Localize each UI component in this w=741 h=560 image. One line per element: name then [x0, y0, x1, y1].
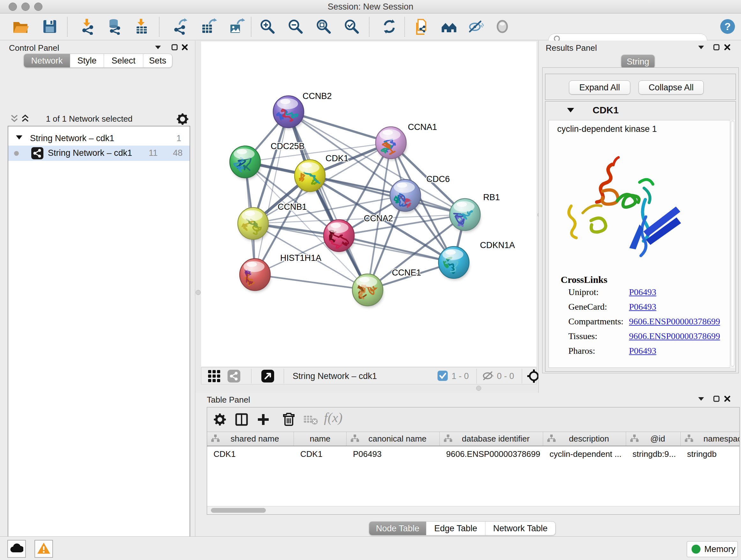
cell-database-identifier[interactable]: 9606.ENSP00000378699 — [440, 447, 543, 461]
export-network-button[interactable] — [171, 18, 189, 36]
tab-node-table[interactable]: Node Table — [369, 521, 426, 536]
scrollbar-thumb[interactable] — [211, 508, 266, 513]
bottom-splitter-grip[interactable] — [476, 386, 481, 391]
node-label-hist1h1a: HIST1H1A — [280, 253, 321, 263]
network-node-ccna2[interactable]: CCNA2 — [324, 213, 393, 253]
network-column-icon — [211, 434, 220, 444]
cell-canonical-name[interactable]: P06493 — [347, 447, 440, 461]
network-node-cdk1[interactable]: CDK1 — [294, 153, 348, 193]
table-settings-gear-icon[interactable] — [212, 412, 227, 427]
column-header-shared-name[interactable]: shared name — [207, 432, 294, 446]
export-table-icon — [200, 18, 217, 36]
table-panel-close-icon[interactable] — [723, 394, 732, 403]
open-in-new-window-icon[interactable] — [261, 370, 274, 384]
tab-network[interactable]: Network — [23, 54, 70, 68]
crosslink-genecard-link[interactable]: P06493 — [629, 302, 657, 312]
import-network-database-button[interactable] — [106, 18, 124, 36]
table-row[interactable]: CDK1 CDK1 P06493 9606.ENSP00000378699 cy… — [207, 447, 739, 461]
tab-style[interactable]: Style — [70, 54, 104, 68]
crosslink-label: Tissues: — [568, 331, 597, 341]
results-panel-float-button[interactable] — [696, 43, 706, 52]
crosslink-compartments-link[interactable]: 9606.ENSP00000378699 — [629, 316, 720, 327]
crosslink-uniprot-link[interactable]: P06493 — [629, 287, 657, 297]
tab-sets[interactable]: Sets — [143, 54, 172, 68]
export-image-button[interactable] — [228, 18, 246, 36]
network-options-gear-icon[interactable] — [177, 113, 189, 126]
delete-table-icon — [303, 412, 318, 427]
collection-count: 1 — [177, 133, 181, 143]
network-node-ccnb2[interactable]: CCNB2 — [273, 91, 332, 129]
cloud-status-button[interactable] — [7, 540, 26, 558]
network-status-dot — [14, 151, 19, 156]
results-panel-close-icon[interactable] — [723, 43, 732, 52]
left-splitter-grip[interactable] — [196, 290, 201, 295]
column-header-name[interactable]: name — [294, 432, 347, 446]
network-node-ccna1[interactable]: CCNA1 — [376, 122, 437, 160]
expand-all-button[interactable]: Expand All — [569, 80, 630, 95]
cell-description[interactable]: cyclin-dependent ... — [543, 447, 626, 461]
crosslink-pharos-link[interactable]: P06493 — [629, 346, 657, 356]
show-columns-icon[interactable] — [234, 412, 249, 427]
memory-button[interactable]: Memory — [687, 541, 738, 557]
tab-edge-table[interactable]: Edge Table — [426, 521, 485, 536]
refresh-icon — [381, 18, 398, 36]
network-graph[interactable]: CCNB2CCNA1CDC25BCDK1CDC6RB1CCNB1CCNA2CDK… — [201, 42, 536, 367]
network-node-hist1h1a[interactable]: HIST1H1A — [240, 253, 321, 292]
control-panel-close-icon[interactable] — [180, 43, 190, 52]
hide-selected-button[interactable] — [467, 18, 484, 36]
string-view-icon[interactable] — [227, 370, 240, 384]
import-network-file-button[interactable] — [79, 18, 97, 36]
network-node-rb1[interactable]: RB1 — [450, 192, 500, 232]
zoom-out-button[interactable] — [286, 18, 305, 36]
open-session-button[interactable] — [11, 18, 29, 36]
delete-column-trash-icon[interactable] — [281, 412, 296, 427]
zoom-fit-button[interactable] — [315, 18, 333, 36]
export-table-button[interactable] — [200, 18, 218, 36]
save-session-button[interactable] — [41, 18, 59, 36]
help-button[interactable]: ? — [719, 18, 737, 36]
results-panel-maximize-button[interactable] — [712, 43, 721, 52]
tab-select[interactable]: Select — [104, 54, 143, 68]
zoom-in-button[interactable] — [259, 18, 276, 36]
collection-expand-caret-icon[interactable] — [16, 135, 22, 141]
column-header-database-identifier[interactable]: database identifier — [440, 432, 543, 446]
first-neighbors-button[interactable] — [440, 18, 458, 36]
refresh-layout-button[interactable] — [381, 18, 398, 36]
control-panel-float-button[interactable] — [153, 43, 163, 52]
network-node-ccne1[interactable]: CCNE1 — [352, 268, 421, 307]
duplicate-network-button[interactable] — [413, 18, 431, 36]
network-node-cdkn1a[interactable]: CDKN1A — [439, 240, 515, 280]
network-row-selected[interactable]: String Network – cdk1 11 48 — [8, 145, 190, 161]
tab-string[interactable]: String — [621, 55, 655, 69]
selected-checkbox-icon[interactable] — [437, 371, 448, 382]
crosslink-tissues-link[interactable]: 9606.ENSP00000378699 — [629, 331, 720, 341]
zoom-selected-button[interactable] — [343, 18, 360, 36]
network-collection-row[interactable]: String Network – cdk1 1 — [8, 131, 190, 145]
column-header-namespace[interactable]: namespace — [681, 432, 739, 446]
network-node-cdc25b[interactable]: CDC25B — [230, 141, 305, 179]
table-horizontal-scrollbar[interactable] — [207, 506, 739, 514]
collapse-all-button[interactable]: Collapse All — [638, 80, 704, 95]
results-scrollbar[interactable] — [730, 120, 735, 368]
table-panel-float-button[interactable] — [696, 394, 706, 403]
tab-network-table[interactable]: Network Table — [485, 521, 556, 536]
crosslink-label: Pharos: — [568, 346, 595, 356]
add-column-icon[interactable] — [256, 412, 271, 427]
table-header-row: shared name name canonical name database… — [207, 432, 739, 446]
network-canvas[interactable]: CCNB2CCNA1CDC25BCDK1CDC6RB1CCNB1CCNA2CDK… — [201, 42, 536, 367]
column-header-description[interactable]: description — [543, 432, 626, 446]
cell-shared-name[interactable]: CDK1 — [207, 447, 294, 461]
control-panel-maximize-button[interactable] — [170, 43, 179, 52]
column-header-id[interactable]: @id — [626, 432, 681, 446]
show-all-button[interactable] — [493, 18, 511, 36]
table-panel-maximize-button[interactable] — [712, 394, 721, 403]
warnings-button[interactable] — [35, 540, 53, 558]
cell-namespace[interactable]: stringdb — [681, 447, 739, 461]
import-table-file-button[interactable] — [133, 18, 151, 36]
gene-section-header[interactable]: CDK1 — [545, 102, 736, 120]
cell-id[interactable]: stringdb:9... — [626, 447, 681, 461]
grid-view-icon[interactable] — [208, 370, 220, 384]
gene-collapse-caret-icon[interactable] — [567, 108, 574, 114]
column-header-canonical-name[interactable]: canonical name — [347, 432, 440, 446]
cell-name[interactable]: CDK1 — [294, 447, 347, 461]
